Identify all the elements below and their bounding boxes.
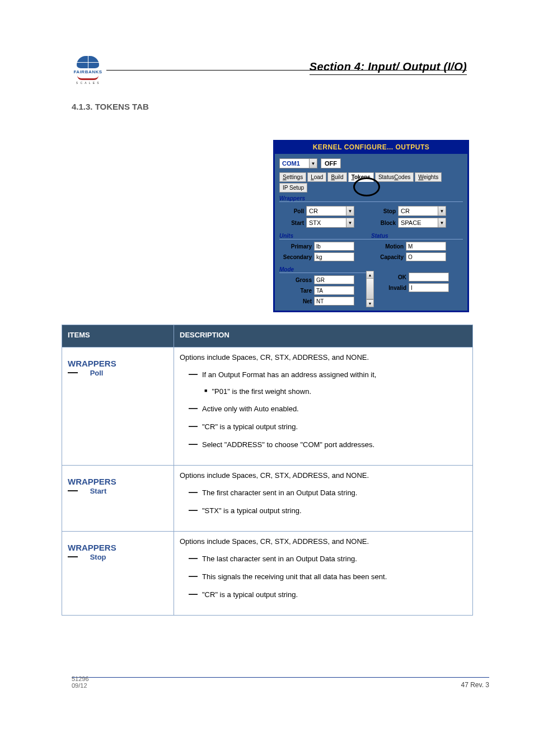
stop-combo[interactable]: CR ▼ — [398, 206, 446, 216]
page-header: FAIRBANKS S C A L E S Section 4: Input/ … — [22, 0, 512, 84]
logo-subtext: S C A L E S — [72, 81, 104, 84]
net-label: Net — [279, 298, 314, 304]
description-cell: Options include Spaces, CR, STX, ADDRESS… — [174, 348, 473, 466]
scroll-track[interactable] — [367, 279, 373, 299]
col-description: DESCRIPTION — [174, 325, 473, 348]
chevron-down-icon[interactable]: ▼ — [438, 218, 446, 227]
block-combo[interactable]: SPACE ▼ — [398, 218, 446, 228]
ok-label: OK — [374, 274, 409, 280]
scroll-up-icon[interactable]: ▲ — [367, 271, 373, 279]
window-title: KERNEL CONFIGURE... OUTPUTS — [275, 142, 467, 154]
block-label: Block — [371, 220, 398, 226]
capacity-input[interactable]: O — [406, 252, 446, 261]
chevron-down-icon[interactable]: ▼ — [438, 206, 446, 215]
invalid-input[interactable]: I — [409, 283, 449, 292]
desc-sub: —"STX" is a typical output string. — [189, 505, 467, 515]
start-combo[interactable]: STX ▼ — [306, 218, 354, 228]
chevron-down-icon[interactable]: ▼ — [346, 218, 354, 227]
items-cell: WRAPPERS— Start — [62, 466, 174, 532]
divider — [279, 239, 371, 240]
mode-scrollbar[interactable]: ▲ ▼ — [366, 271, 374, 307]
divider — [371, 239, 463, 240]
ok-input[interactable] — [409, 273, 449, 281]
tab-settings[interactable]: Settings — [279, 172, 306, 182]
primary-label: Primary — [279, 243, 314, 250]
footer-left: 51296 09/12 — [72, 675, 89, 689]
item-title: WRAPPERS — [68, 359, 168, 368]
invalid-label: Invalid — [374, 285, 409, 291]
net-input[interactable]: NT — [314, 297, 354, 306]
logo-globe-icon — [77, 56, 99, 68]
poll-combo[interactable]: CR ▼ — [306, 206, 354, 216]
desc-main: Options include Spaces, CR, STX, ADDRESS… — [180, 353, 467, 361]
secondary-input[interactable]: kg — [314, 252, 354, 261]
desc-sub: —Select "ADDRESS" to choose "COM" port a… — [189, 439, 467, 449]
header-rule — [106, 70, 467, 71]
com-port-combo[interactable]: COM1 ▼ — [279, 158, 317, 168]
items-cell: WRAPPERS— Poll — [62, 348, 174, 466]
desc-sub: —Active only with Auto enabled. — [189, 403, 467, 414]
poll-value: CR — [307, 208, 346, 214]
units-heading: Units — [279, 233, 371, 239]
chevron-down-icon[interactable]: ▼ — [309, 159, 317, 168]
wrappers-heading: Wrappers — [279, 195, 463, 201]
tare-label: Tare — [279, 288, 314, 294]
gross-input[interactable]: GR — [314, 275, 354, 284]
items-cell: WRAPPERS— Stop — [62, 532, 174, 616]
tokens-items-table: ITEMS DESCRIPTION WRAPPERS— PollOptions … — [62, 325, 473, 616]
com-port-value: COM1 — [280, 160, 309, 167]
desc-sub: —"CR" is a typical output string. — [189, 589, 467, 599]
capacity-label: Capacity — [371, 254, 406, 260]
col-items: ITEMS — [62, 325, 174, 348]
desc-sub: —"CR" is a typical output string. — [189, 421, 467, 431]
description-cell: Options include Spaces, CR, STX, ADDRESS… — [174, 466, 473, 532]
tab-strip: Settings Load Build Tokens StatusCodes W… — [279, 172, 463, 192]
stop-value: CR — [399, 208, 438, 214]
configure-outputs-window: KERNEL CONFIGURE... OUTPUTS COM1 ▼ OFF S… — [273, 140, 469, 312]
item-sub: — Start — [68, 486, 168, 495]
logo-text: FAIRBANKS — [72, 69, 104, 74]
desc-sub: —The last character sent in an Output Da… — [189, 553, 467, 564]
motion-input[interactable]: M — [406, 242, 446, 251]
secondary-label: Secondary — [279, 254, 314, 260]
tab-weights[interactable]: Weights — [415, 172, 442, 182]
description-cell: Options include Spaces, CR, STX, ADDRESS… — [174, 532, 473, 616]
logo: FAIRBANKS S C A L E S — [72, 56, 104, 84]
logo-swoosh-icon — [77, 76, 99, 80]
desc-main: Options include Spaces, CR, STX, ADDRESS… — [180, 471, 467, 480]
desc-main: Options include Spaces, CR, STX, ADDRESS… — [180, 537, 467, 546]
page-title: 4.1.3. TOKENS TAB — [72, 102, 149, 111]
tab-build[interactable]: Build — [327, 172, 346, 182]
gross-label: Gross — [279, 277, 314, 283]
mode-heading: Mode — [279, 266, 368, 273]
footer-rule — [72, 677, 489, 678]
footer-right: 47 Rev. 3 — [461, 681, 489, 689]
status-heading: Status — [371, 233, 463, 239]
item-sub: — Poll — [68, 368, 168, 377]
start-value: STX — [307, 219, 346, 226]
poll-label: Poll — [279, 208, 306, 214]
item-title: WRAPPERS — [68, 477, 168, 486]
tab-tokens[interactable]: Tokens — [348, 172, 374, 182]
item-title: WRAPPERS — [68, 543, 168, 552]
divider — [279, 201, 463, 202]
tab-load[interactable]: Load — [307, 172, 326, 182]
stop-label: Stop — [371, 208, 398, 214]
start-label: Start — [279, 220, 306, 226]
motion-label: Motion — [371, 243, 406, 250]
divider — [279, 273, 368, 273]
desc-sub: ■"P01" is the first weight shown. — [189, 387, 467, 396]
chevron-down-icon[interactable]: ▼ — [346, 206, 354, 215]
block-value: SPACE — [399, 219, 438, 226]
tab-ip-setup[interactable]: IP Setup — [279, 183, 307, 192]
tab-statuscodes[interactable]: StatusCodes — [375, 172, 414, 182]
scroll-down-icon[interactable]: ▼ — [367, 299, 373, 307]
tare-input[interactable]: TA — [314, 286, 354, 295]
desc-sub: —This signals the receiving unit that al… — [189, 571, 467, 581]
off-indicator: OFF — [321, 158, 341, 168]
primary-input[interactable]: lb — [314, 242, 354, 251]
desc-sub: —If an Output Format has an address assi… — [189, 369, 467, 379]
desc-sub: —The first character sent in an Output D… — [189, 487, 467, 497]
item-sub: — Stop — [68, 552, 168, 561]
section-title: Section 4: Input/ Output (I/O) — [310, 60, 467, 75]
